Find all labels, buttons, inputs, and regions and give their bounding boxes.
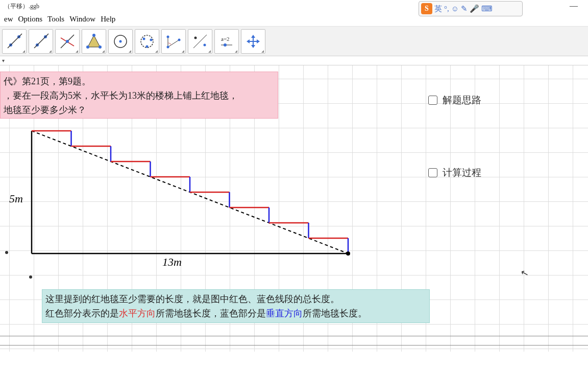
tool-move[interactable] (2, 29, 27, 54)
tool-line[interactable] (55, 29, 80, 54)
svg-point-8 (66, 40, 69, 43)
base-label: 13m (162, 256, 182, 269)
sogou-icon: S (421, 3, 432, 14)
svg-point-18 (146, 45, 149, 48)
file-title: （平移）.ggb (4, 2, 39, 11)
toolbar: a=2 (0, 27, 588, 56)
ime-emoji-icon[interactable]: ☺ (451, 5, 459, 13)
ime-skin-icon[interactable]: ✎ (461, 4, 468, 13)
menu-window[interactable]: Window (67, 14, 97, 25)
checkbox-calc-label: 计算过程 (443, 166, 481, 179)
svg-point-47 (346, 251, 350, 256)
ime-voice-icon[interactable]: 🎤 (470, 4, 479, 13)
checkbox-idea[interactable] (428, 96, 437, 105)
problem-line-2: ，要在一段高为5米，水平长为13米的楼梯上铺上红地毯， (4, 88, 275, 103)
svg-point-16 (143, 37, 145, 40)
tool-polygon[interactable] (82, 29, 106, 54)
tool-circle[interactable] (108, 29, 133, 54)
checkbox-calc[interactable] (428, 168, 437, 177)
tool-angle[interactable] (161, 29, 186, 54)
ime-lang[interactable]: 英 (434, 4, 442, 14)
style-bar: ▾ (0, 56, 588, 65)
ime-punct-icon[interactable]: °, (444, 5, 449, 13)
hint-line-1: 这里提到的红地毯至少需要的长度，就是图中红色、蓝色线段的总长度。 (45, 292, 426, 306)
svg-point-17 (150, 38, 153, 41)
tool-move-view[interactable] (241, 29, 265, 54)
divider-2 (0, 345, 588, 346)
svg-point-19 (167, 35, 169, 38)
svg-point-11 (86, 45, 89, 49)
svg-point-23 (194, 36, 197, 39)
checkbox-calc-row: 计算过程 (428, 166, 481, 179)
svg-text:a=2: a=2 (221, 36, 230, 42)
ime-bar[interactable]: S 英 °, ☺ ✎ 🎤 ⌨ (419, 1, 523, 16)
menu-help[interactable]: Help (99, 14, 117, 25)
hint-line-2: 红色部分表示的是水平方向所需地毯长度，蓝色部分是垂直方向所需地毯长度。 (45, 306, 426, 320)
svg-point-20 (167, 45, 169, 48)
svg-point-14 (119, 40, 122, 42)
height-label: 5m (9, 192, 23, 205)
divider-1 (0, 336, 588, 336)
svg-point-12 (99, 45, 102, 49)
hint-text-box: 这里提到的红地毯至少需要的长度，就是图中红色、蓝色线段的总长度。 红色部分表示的… (42, 289, 430, 323)
minimize-icon[interactable]: — (570, 1, 578, 10)
tool-point[interactable] (29, 29, 53, 54)
tool-slider[interactable]: a=2 (214, 29, 239, 54)
problem-text-box: 代》第21页，第9题。 ，要在一段高为5米，水平长为13米的楼梯上铺上红地毯， … (0, 72, 278, 119)
style-dropdown-icon[interactable]: ▾ (2, 58, 5, 63)
svg-point-21 (178, 38, 181, 41)
free-point-a[interactable] (5, 251, 8, 254)
graphics-view[interactable]: 代》第21页，第9题。 ，要在一段高为5米，水平长为13米的楼梯上铺上红地毯， … (0, 65, 588, 352)
checkbox-idea-row: 解题思路 (428, 94, 481, 107)
svg-marker-9 (88, 35, 100, 47)
staircase-diagram (6, 125, 363, 278)
menu-tools[interactable]: Tools (45, 14, 66, 25)
svg-point-27 (224, 43, 227, 47)
problem-line-1: 代》第21页，第9题。 (4, 74, 275, 88)
ime-keyboard-icon[interactable]: ⌨ (481, 4, 493, 13)
tool-conic[interactable] (135, 29, 159, 54)
free-point-b[interactable] (29, 275, 32, 279)
problem-line-3: 地毯至少要多少米？ (4, 103, 275, 117)
menu-view[interactable]: ew (2, 14, 15, 25)
svg-point-24 (204, 43, 206, 46)
checkbox-idea-label: 解题思路 (443, 94, 481, 107)
svg-point-10 (92, 34, 95, 37)
svg-line-2 (8, 34, 22, 48)
menu-options[interactable]: Options (16, 14, 45, 25)
svg-line-5 (34, 34, 48, 48)
tool-reflect[interactable] (188, 29, 212, 54)
